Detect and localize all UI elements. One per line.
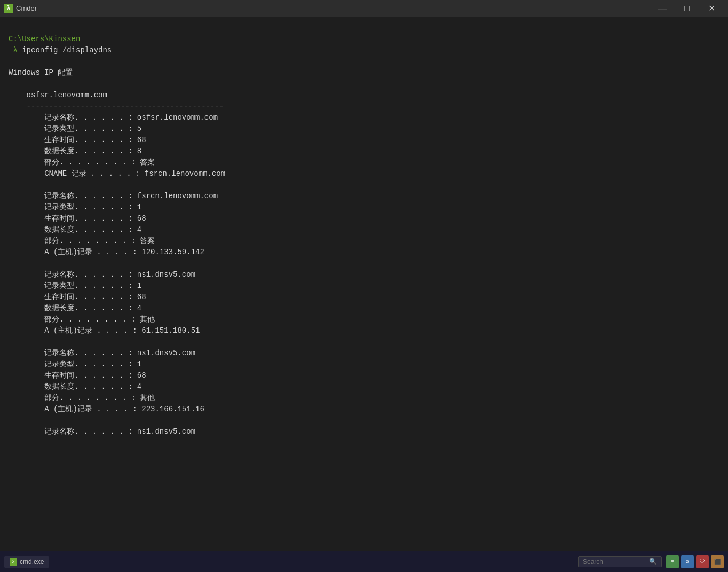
- record-1-6: CNAME 记录 . . . . . : fsrcn.lenovomm.com: [27, 169, 225, 178]
- record-4-4: 数据长度. . . . . . : 4: [27, 382, 142, 391]
- record-3-5: 部分. . . . . . . . : 其他: [27, 315, 155, 324]
- maximize-button[interactable]: □: [675, 0, 699, 17]
- taskbar-app-label: cmd.exe: [20, 558, 44, 566]
- taskbar-app[interactable]: λ cmd.exe: [4, 556, 49, 568]
- taskbar-right: 🔍 ⊞ ⚙ 🛡 ⬛: [578, 555, 724, 568]
- record-4-3: 生存时间. . . . . . : 68: [27, 371, 146, 380]
- record-1-1: 记录名称. . . . . . : osfsr.lenovomm.com: [27, 113, 218, 122]
- prompt-cmd: ipconfig /displaydns: [22, 46, 112, 54]
- taskbar: λ cmd.exe 🔍 ⊞ ⚙ 🛡 ⬛: [0, 551, 728, 572]
- taskbar-icon-security[interactable]: 🛡: [696, 555, 709, 568]
- taskbar-icon-settings[interactable]: ⚙: [681, 555, 694, 568]
- record-4-2: 记录类型. . . . . . : 1: [27, 360, 142, 369]
- taskbar-icons: ⊞ ⚙ 🛡 ⬛: [666, 555, 724, 568]
- prompt-path: C:\Users\Kinssen: [9, 35, 80, 43]
- record-3-1: 记录名称. . . . . . : ns1.dnsv5.com: [27, 270, 195, 279]
- record-1-3: 生存时间. . . . . . : 68: [27, 136, 146, 144]
- record-2-5: 部分. . . . . . . . : 答案: [27, 237, 155, 245]
- record-4-6: A (主机)记录 . . . . : 223.166.151.16: [27, 405, 204, 413]
- record-4-1: 记录名称. . . . . . : ns1.dnsv5.com: [27, 349, 195, 357]
- record-2-1: 记录名称. . . . . . : fsrcn.lenovomm.com: [27, 192, 218, 200]
- close-button[interactable]: ✕: [699, 0, 724, 17]
- record-3-3: 生存时间. . . . . . : 68: [27, 293, 146, 301]
- minimize-button[interactable]: —: [650, 0, 675, 17]
- record-1-5: 部分. . . . . . . . : 答案: [27, 158, 155, 167]
- record-2-3: 生存时间. . . . . . : 68: [27, 214, 146, 223]
- search-input[interactable]: [583, 558, 647, 566]
- app-icon: λ: [4, 4, 13, 13]
- record-1-4: 数据长度. . . . . . : 8: [27, 147, 142, 155]
- hostname-1: osfsr.lenovomm.com: [27, 91, 107, 99]
- taskbar-icon-notifications[interactable]: ⬛: [711, 555, 724, 568]
- record-2-6: A (主机)记录 . . . . : 120.133.59.142: [27, 248, 204, 256]
- taskbar-app-icon: λ: [10, 558, 17, 566]
- record-2-4: 数据长度. . . . . . : 4: [27, 225, 142, 234]
- title-text: Cmder: [16, 4, 37, 12]
- titlebar: λ Cmder — □ ✕: [0, 0, 728, 17]
- record-3-2: 记录类型. . . . . . : 1: [27, 281, 142, 290]
- record-1-2: 记录类型. . . . . . : 5: [27, 124, 142, 133]
- search-icon: 🔍: [649, 558, 657, 566]
- terminal: C:\Users\Kinssen λ ipconfig /displaydns …: [0, 17, 728, 551]
- taskbar-icon-network[interactable]: ⊞: [666, 555, 679, 568]
- taskbar-left: λ cmd.exe: [4, 556, 49, 568]
- record-5-1: 记录名称. . . . . . : ns1.dnsv5.com: [27, 427, 195, 436]
- titlebar-left: λ Cmder: [4, 4, 37, 13]
- prompt-lambda: λ: [9, 46, 22, 54]
- record-2-2: 记录类型. . . . . . : 1: [27, 203, 142, 211]
- titlebar-controls: — □ ✕: [650, 0, 724, 17]
- separator-1: ----------------------------------------…: [27, 102, 224, 111]
- record-3-4: 数据长度. . . . . . : 4: [27, 304, 142, 312]
- search-box[interactable]: 🔍: [578, 556, 662, 567]
- record-3-6: A (主机)记录 . . . . : 61.151.180.51: [27, 326, 200, 335]
- windows-ip-label: Windows IP 配置: [9, 68, 73, 77]
- record-4-5: 部分. . . . . . . . : 其他: [27, 394, 155, 402]
